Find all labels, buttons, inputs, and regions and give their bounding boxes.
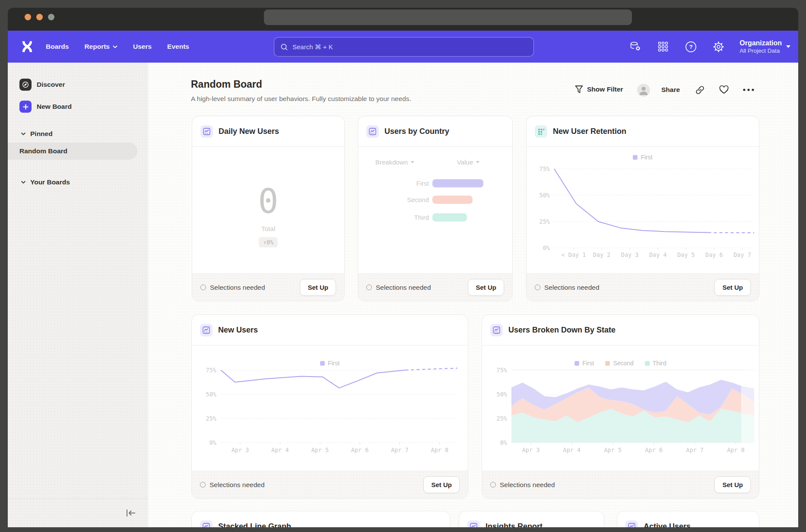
window-zoom-button[interactable] [48,14,54,20]
card-header: Daily New Users [192,116,344,147]
nav-item-boards[interactable]: Boards [46,43,69,51]
sidebar-section-your-boards[interactable]: Your Boards [21,178,70,186]
svg-text:0%: 0% [543,244,550,251]
top-nav: Boards Reports Users Events [8,31,798,63]
window-titlebar [8,8,798,31]
avatar[interactable] [637,84,650,97]
status-text: Selections needed [210,284,265,291]
svg-text:Apr 4: Apr 4 [563,446,581,453]
set-up-button[interactable]: Set Up [714,476,751,493]
apps-grid-icon[interactable] [657,40,670,53]
svg-text:Apr 5: Apr 5 [604,446,622,453]
chevron-down-icon [21,180,26,184]
svg-text:Day 7: Day 7 [733,251,751,258]
set-up-button[interactable]: Set Up [300,279,336,296]
chevron-down-icon [113,45,117,48]
settings-gear-icon[interactable] [712,40,725,53]
set-up-button[interactable]: Set Up [714,279,751,296]
sidebar-divider [8,498,148,499]
svg-text:Day 4: Day 4 [649,251,667,258]
breakdown-row-label: Second [358,196,429,203]
line-chart-icon [467,520,480,527]
svg-text:50%: 50% [497,391,507,398]
card-footer: Selections needed Set Up [358,273,512,301]
screen: Boards Reports Users Events [0,0,806,532]
window-close-button[interactable] [25,14,31,20]
show-filter-button[interactable]: Show Filter [575,85,623,94]
search-input[interactable] [292,43,517,51]
svg-text:Day 5: Day 5 [677,251,695,258]
card-title: Active Users [644,511,691,527]
collapse-sidebar-button[interactable] [125,507,137,519]
link-icon [695,86,704,95]
status-text: Selections needed [209,481,265,489]
svg-text:25%: 25% [539,218,550,225]
data-management-icon[interactable] [629,40,642,53]
set-up-button[interactable]: Set Up [468,279,504,296]
org-scope: All Project Data [739,48,782,55]
card-footer: Selections needed Set Up [527,273,759,301]
card-footer: Selections needed Set Up [482,471,759,498]
svg-text:?: ? [689,44,692,50]
svg-text:Apr 6: Apr 6 [351,446,369,453]
favorite-button[interactable] [719,86,729,94]
status-circle-icon [200,482,206,488]
sidebar-section-pinned[interactable]: Pinned [21,130,53,138]
line-chart-icon [200,125,213,138]
value-dropdown[interactable]: Value [457,158,479,166]
mixpanel-logo-icon[interactable] [21,40,34,53]
card-header: Stacked Line Graph [192,511,450,527]
svg-text:Apr 6: Apr 6 [645,446,663,453]
board-main: Random Board A high-level summary of use… [148,63,798,527]
card-users-by-country: Users by Country Breakdown Value First S… [358,116,513,301]
page-subtitle: A high-level summary of user behaviors. … [191,95,411,103]
set-up-button[interactable]: Set Up [423,476,460,493]
svg-text:< Day 1: < Day 1 [562,251,586,258]
sidebar-item-random-board[interactable]: Random Board [8,142,137,160]
nav-right-cluster: ? Organization All Project Data [629,31,790,63]
copy-link-button[interactable] [695,86,704,95]
breakdown-dropdown[interactable]: Breakdown [375,158,414,166]
org-name: Organization [739,39,782,48]
ellipsis-icon [743,88,755,92]
status-text: Selections needed [376,284,431,291]
more-options-button[interactable] [743,88,755,92]
sidebar-new-board-button[interactable]: New Board [19,101,72,113]
help-icon[interactable]: ? [684,40,697,53]
filter-funnel-icon [575,85,583,94]
card-footer: Selections needed Set Up [192,471,468,498]
search-box[interactable] [274,37,534,57]
card-users-by-state: Users Broken Down By State First Second … [482,314,759,499]
card-stacked-line-graph: Stacked Line Graph [191,511,451,527]
collapse-left-icon [125,508,136,518]
compass-icon [19,79,32,91]
line-chart-icon [366,125,379,138]
address-bar[interactable] [264,10,632,25]
breakdown-bar [432,196,473,204]
line-chart-icon [625,520,638,527]
card-insights-report: Insights Report [459,511,604,527]
share-button[interactable]: Share [661,86,680,94]
svg-text:0%: 0% [209,439,216,446]
breakdown-bar [432,213,467,222]
chevron-down-icon [476,161,479,163]
org-switcher[interactable]: Organization All Project Data [739,39,790,55]
nav-item-reports[interactable]: Reports [84,43,117,51]
chevron-down-icon [21,132,26,136]
page-title: Random Board [191,79,262,90]
card-header: Active Users [617,511,759,527]
card-new-user-retention: New User Retention First 75%50%25%0%< Da… [526,116,759,301]
sidebar-item-discover[interactable]: Discover [19,79,65,91]
svg-text:25%: 25% [497,415,507,422]
svg-text:75%: 75% [497,367,507,374]
svg-text:50%: 50% [539,192,550,199]
window-minimize-button[interactable] [36,14,43,20]
metric-label: Total [192,225,344,233]
nav-item-events[interactable]: Events [167,43,189,51]
card-footer: Selections needed Set Up [192,273,344,301]
plus-icon [19,101,32,113]
svg-text:Apr 3: Apr 3 [232,446,249,453]
nav-item-users[interactable]: Users [133,43,152,51]
svg-text:Day 3: Day 3 [621,251,639,258]
status-circle-icon [366,285,372,290]
